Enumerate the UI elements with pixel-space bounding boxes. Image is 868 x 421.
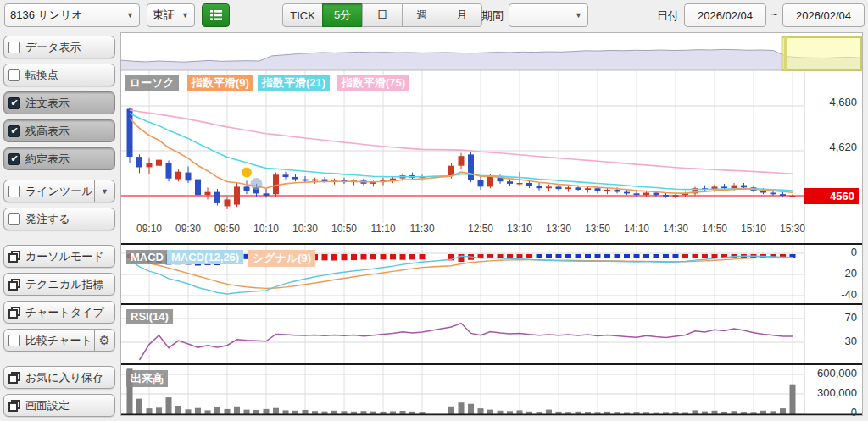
checkbox-icon bbox=[8, 69, 20, 81]
date-from-input[interactable]: 2026/02/04 bbox=[684, 3, 766, 27]
window-icon bbox=[8, 307, 20, 319]
order-marker bbox=[242, 168, 252, 178]
symbol-select[interactable]: 8136 サンリオ ▼ bbox=[4, 3, 140, 27]
checkbox-icon bbox=[8, 213, 20, 225]
chevron-down-icon: ▼ bbox=[121, 11, 134, 19]
interval-button-group: TICK 5分 日 週 月 bbox=[282, 3, 482, 27]
trading-chart-app: 8136 サンリオ ▼ 東証 ▼ TICK 5分 日 週 月 期間 bbox=[0, 0, 868, 421]
toggle-turning-point[interactable]: 転換点 bbox=[3, 64, 115, 86]
button-label: テクニカル指標 bbox=[25, 277, 104, 292]
gear-icon[interactable]: ⚙ bbox=[94, 330, 110, 351]
button-label: カーソルモード bbox=[25, 249, 104, 264]
interval-tick-button[interactable]: TICK bbox=[282, 3, 323, 27]
technical-indicator-button[interactable]: テクニカル指標 bbox=[3, 273, 115, 296]
checkbox-icon bbox=[8, 335, 20, 346]
toggle-line-tool[interactable]: ラインツール ▼ bbox=[3, 180, 115, 202]
checkbox-checked-icon: ✔ bbox=[8, 125, 20, 137]
window-icon bbox=[8, 279, 20, 291]
toggle-data-display[interactable]: データ表示 bbox=[3, 36, 115, 58]
order-marker bbox=[251, 178, 263, 190]
exchange-select-value: 東証 bbox=[153, 8, 175, 23]
toggle-label: データ表示 bbox=[25, 40, 81, 55]
exchange-select[interactable]: 東証 ▼ bbox=[147, 3, 195, 27]
interval-week-button[interactable]: 週 bbox=[402, 3, 442, 27]
chart-type-button[interactable]: チャートタイプ bbox=[3, 301, 115, 324]
period-select[interactable]: ▼ bbox=[509, 3, 588, 27]
toggle-execution-display[interactable]: ✔ 約定表示 bbox=[3, 147, 115, 170]
interval-month-button[interactable]: 月 bbox=[442, 3, 482, 27]
chart-container: ローソク 指数平滑(9) 指数平滑(21) 指数平滑(75) MACD MACD… bbox=[120, 32, 863, 416]
window-icon bbox=[8, 372, 20, 384]
checkbox-icon bbox=[8, 42, 20, 53]
toggle-label: 注文表示 bbox=[25, 96, 70, 111]
window-icon bbox=[8, 251, 20, 263]
chevron-down-icon: ▼ bbox=[570, 11, 582, 19]
date-label: 日付 bbox=[657, 8, 679, 24]
sidebar: データ表示 転換点 ✔ 注文表示 ✔ 残高表示 ✔ 約定表示 ラインツール ▼ … bbox=[0, 32, 119, 421]
button-label: お気に入り保存 bbox=[25, 370, 103, 385]
button-label: 画面設定 bbox=[25, 398, 70, 413]
date-to-input[interactable]: 2026/02/04 bbox=[782, 3, 865, 27]
toggle-compare-chart[interactable]: 比較チャート ⚙ bbox=[3, 329, 115, 352]
toggle-label: ラインツール bbox=[25, 184, 93, 199]
interval-5min-button[interactable]: 5分 bbox=[322, 3, 363, 27]
save-favorite-button[interactable]: お気に入り保存 bbox=[3, 366, 115, 389]
interval-day-button[interactable]: 日 bbox=[362, 3, 403, 27]
stock-list-button[interactable] bbox=[202, 3, 230, 27]
toggle-label: 比較チャート bbox=[25, 333, 92, 348]
toggle-place-order[interactable]: 発注する bbox=[3, 208, 115, 230]
chevron-down-icon: ▼ bbox=[176, 11, 189, 19]
window-icon bbox=[8, 400, 20, 412]
toggle-label: 発注する bbox=[25, 212, 70, 227]
symbol-select-value: 8136 サンリオ bbox=[10, 8, 83, 23]
toggle-label: 約定表示 bbox=[25, 152, 70, 167]
cursor-mode-button[interactable]: カーソルモード bbox=[3, 245, 115, 268]
checkbox-checked-icon: ✔ bbox=[8, 153, 20, 165]
toggle-balance-display[interactable]: ✔ 残高表示 bbox=[3, 119, 115, 142]
chevron-down-icon[interactable]: ▼ bbox=[94, 180, 110, 202]
screen-settings-button[interactable]: 画面設定 bbox=[3, 394, 115, 417]
toggle-order-display[interactable]: ✔ 注文表示 bbox=[3, 91, 115, 114]
button-label: チャートタイプ bbox=[25, 305, 104, 320]
period-label: 期間 bbox=[481, 8, 504, 24]
list-icon bbox=[209, 9, 223, 21]
price-chart[interactable] bbox=[121, 33, 862, 415]
navigator-selection[interactable] bbox=[782, 37, 861, 70]
toolbar: 8136 サンリオ ▼ 東証 ▼ TICK 5分 日 週 月 期間 bbox=[0, 0, 868, 31]
toggle-label: 残高表示 bbox=[25, 124, 70, 139]
checkbox-checked-icon: ✔ bbox=[8, 97, 20, 109]
toggle-label: 転換点 bbox=[25, 68, 58, 83]
date-range-separator: ~ bbox=[771, 8, 777, 21]
checkbox-icon bbox=[8, 186, 20, 197]
